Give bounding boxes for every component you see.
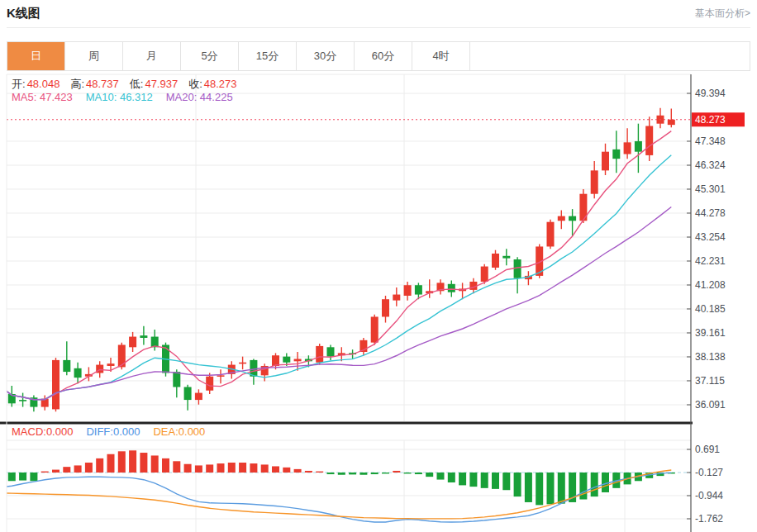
tab-60min[interactable]: 60分: [355, 42, 412, 70]
y-axis-label: 39.161: [695, 327, 726, 339]
y-axis-label: 45.301: [695, 183, 726, 195]
tab-week[interactable]: 周: [65, 42, 123, 70]
macd-item: DEA:0.000: [153, 425, 205, 438]
pane-separator: [0, 422, 693, 425]
y-axis-label: 49.394: [695, 88, 726, 99]
y-axis-label: 36.091: [695, 399, 726, 411]
y-axis-label: 42.231: [695, 255, 726, 267]
ma-item: MA10: 46.312: [86, 91, 153, 103]
tab-5min[interactable]: 5分: [181, 42, 239, 70]
ma-legend: MA5: 47.423MA10: 46.312MA20: 44.225: [12, 91, 246, 103]
header: K线图 基本面分析>: [7, 0, 750, 28]
ohlc-item: 低:47.937: [130, 78, 178, 90]
tab-30min[interactable]: 30分: [297, 42, 355, 70]
y-axis-label: 43.254: [695, 231, 726, 243]
macd-item: DIFF:0.000: [86, 425, 140, 438]
y-axis-label: 0.691: [695, 444, 720, 455]
y-axis-label: 40.185: [695, 303, 726, 315]
ma-item: MA5: 47.423: [12, 91, 73, 103]
y-axis: 49.39447.34846.32445.30144.27843.25442.2…: [687, 74, 726, 532]
y-axis-label: 44.278: [695, 207, 726, 219]
y-axis-label: -1.762: [695, 513, 723, 525]
tab-15min[interactable]: 15分: [239, 42, 297, 70]
ma5-line: [1, 131, 671, 400]
ma-item: MA20: 44.225: [166, 91, 233, 103]
kline-page: K线图 基本面分析> 日周月5分15分30分60分4时 49.39447.348…: [0, 0, 757, 532]
tab-bar: 日周月5分15分30分60分4时: [7, 41, 750, 71]
svg-text:48.273: 48.273: [695, 114, 726, 126]
macd-legend: MACD:0.000DIFF:0.000DEA:0.000: [12, 425, 218, 438]
tab-4hour[interactable]: 4时: [412, 42, 470, 70]
ohlc-legend: 开:48.048高:48.737低:47.937收:48.273: [12, 77, 248, 92]
ma-lines: [1, 131, 671, 400]
candles: [0, 108, 675, 412]
y-axis-label: 37.115: [695, 375, 725, 387]
current-price-tag: 48.273: [692, 112, 745, 126]
y-axis-label: -0.944: [695, 490, 723, 501]
y-axis-label: 47.348: [695, 135, 726, 147]
y-axis-label: 46.324: [695, 159, 726, 171]
y-axis-label: -0.127: [695, 467, 723, 478]
tab-month[interactable]: 月: [123, 42, 181, 70]
ohlc-item: 开:48.048: [12, 78, 60, 90]
tab-day[interactable]: 日: [7, 42, 65, 70]
macd-item: MACD:0.000: [12, 425, 73, 438]
y-axis-label: 38.138: [695, 351, 726, 363]
y-axis-label: 41.208: [695, 279, 726, 291]
page-title: K线图: [7, 6, 40, 21]
fundamental-analysis-link[interactable]: 基本面分析>: [695, 7, 750, 21]
ohlc-item: 高:48.737: [70, 78, 118, 90]
ohlc-item: 收:48.273: [188, 78, 236, 90]
ma10-line: [1, 155, 671, 400]
